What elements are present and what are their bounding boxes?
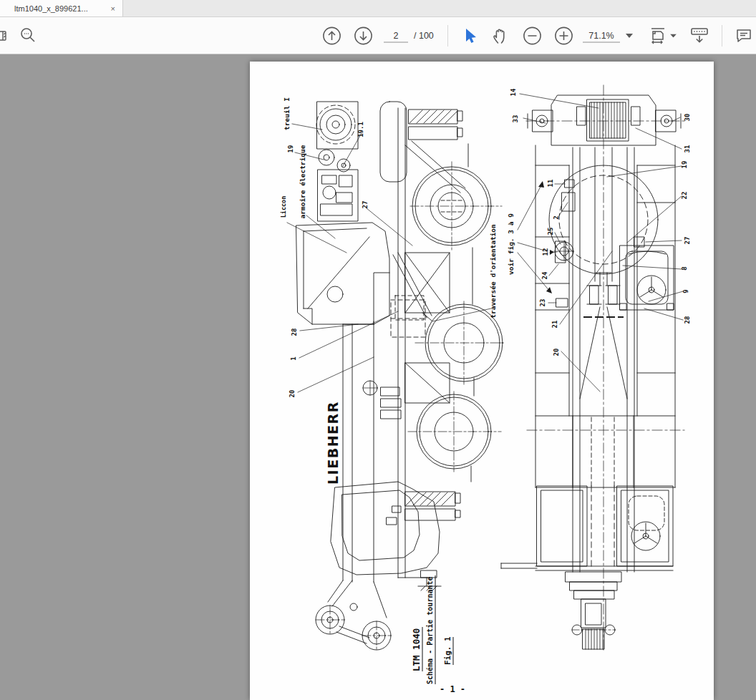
pdf-page: treuil I 19 19.1 27 armoire électrique L… bbox=[250, 62, 714, 700]
schematic-figure: treuil I 19 19.1 27 armoire électrique L… bbox=[250, 62, 714, 700]
fit-page-width-button[interactable] bbox=[649, 26, 667, 45]
select-tool-pointer-icon[interactable] bbox=[462, 27, 478, 44]
callout-label: voir fig. 3 à 9 bbox=[507, 213, 515, 275]
left-figure-side-view bbox=[287, 102, 504, 650]
zoom-in-button[interactable] bbox=[554, 26, 573, 45]
zoom-dropdown-caret-icon[interactable] bbox=[626, 34, 633, 38]
pointer-shape bbox=[466, 29, 476, 43]
footer-model: LTM 1040 bbox=[411, 627, 422, 671]
page-number-text: - 1 - bbox=[440, 684, 465, 694]
callout-label: 31 bbox=[684, 145, 691, 153]
toolbar-divider bbox=[447, 25, 448, 47]
tab-close-icon[interactable]: × bbox=[111, 4, 115, 13]
callout-label: 28 bbox=[684, 316, 691, 324]
pdf-viewer-window: ltm1040_x_899621... × bbox=[0, 0, 756, 700]
callout-label: 27 bbox=[684, 237, 691, 245]
callout-label: 20 bbox=[289, 390, 296, 398]
page-total-label: / 100 bbox=[414, 31, 434, 41]
boom-side bbox=[343, 321, 374, 582]
callout-label: 12 bbox=[542, 248, 549, 256]
svg-text:Fig. 1: Fig. 1 bbox=[443, 636, 452, 665]
figure-labels: treuil I 19 19.1 27 armoire électrique L… bbox=[280, 88, 691, 694]
svg-text:LTM 1040: LTM 1040 bbox=[411, 628, 422, 671]
zoom-level-value[interactable]: 71.1% bbox=[583, 29, 620, 42]
callout-label: 21 bbox=[551, 321, 558, 329]
document-canvas[interactable]: treuil I 19 19.1 27 armoire électrique L… bbox=[0, 54, 756, 700]
zoom-out-button[interactable] bbox=[523, 26, 542, 45]
callout-label: 22 bbox=[681, 192, 688, 200]
svg-text:Schéma - Partie tournante: Schéma - Partie tournante bbox=[426, 576, 434, 684]
callout-label: 19 bbox=[681, 161, 688, 169]
hand-tool-icon[interactable] bbox=[491, 26, 510, 45]
callout-label: 11 bbox=[547, 180, 554, 188]
superstructure-cab bbox=[296, 223, 389, 324]
fit-dropdown-caret-icon[interactable] bbox=[670, 34, 677, 37]
comment-icon[interactable] bbox=[735, 27, 753, 44]
callout-label: armoire électrique bbox=[299, 145, 306, 218]
right-figure-top-view bbox=[501, 85, 686, 652]
callout-label: 28 bbox=[291, 329, 298, 336]
fender bbox=[380, 102, 407, 182]
callout-label: 20 bbox=[553, 349, 560, 356]
driver-cab bbox=[331, 482, 440, 575]
document-tab[interactable]: ltm1040_x_899621... × bbox=[0, 0, 123, 16]
callout-label: treuil I bbox=[283, 97, 291, 130]
callout-label: 33 bbox=[512, 115, 519, 123]
callout-label: 19.1 bbox=[357, 122, 364, 137]
callout-label: Liccon bbox=[280, 196, 287, 218]
next-page-button[interactable] bbox=[354, 26, 373, 45]
page-scrolling-button[interactable] bbox=[689, 26, 710, 45]
search-icon[interactable] bbox=[19, 26, 37, 45]
tab-bar: ltm1040_x_899621... × bbox=[0, 0, 756, 17]
sidebar-toggle-icon[interactable] bbox=[0, 29, 7, 42]
callout-label: 25 bbox=[547, 228, 554, 235]
callout-label: 19 bbox=[287, 145, 294, 153]
previous-page-button[interactable] bbox=[322, 26, 341, 45]
footer-subtitle: Schéma - Partie tournante bbox=[426, 575, 435, 684]
tab-title: ltm1040_x_899621... bbox=[14, 4, 104, 13]
callout-label: 14 bbox=[510, 88, 517, 96]
driver-cab-top bbox=[629, 496, 664, 550]
main-toolbar: / 100 71.1% bbox=[0, 17, 756, 54]
callout-label: 27 bbox=[362, 201, 369, 209]
callout-label: 23 bbox=[539, 299, 546, 307]
brand-logo-text: LIEBHERR bbox=[325, 401, 341, 485]
boom-head bbox=[566, 572, 621, 649]
callout-label: traversée d'orientation bbox=[489, 224, 497, 319]
callout-label: 24 bbox=[541, 271, 548, 279]
callout-label: 1 bbox=[290, 356, 297, 360]
toolbar-divider bbox=[722, 25, 722, 47]
callout-label: 9 bbox=[682, 289, 689, 293]
callout-label: 2 bbox=[553, 215, 560, 219]
callout-label: 30 bbox=[684, 114, 691, 122]
callout-label: 8 bbox=[681, 266, 688, 270]
crane-cab-top bbox=[620, 246, 674, 310]
page-number-input[interactable] bbox=[384, 29, 408, 42]
footer-figure-label: Fig. 1 bbox=[443, 636, 453, 665]
